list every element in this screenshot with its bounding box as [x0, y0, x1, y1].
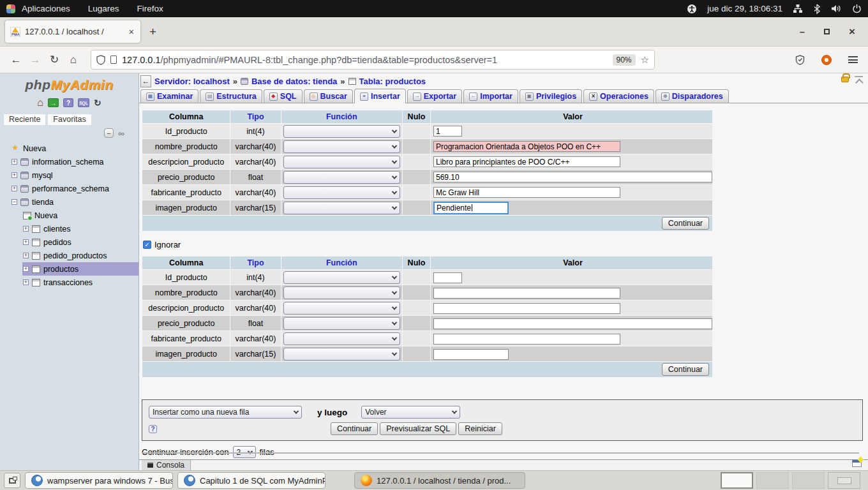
desktop-menu-item[interactable]: Firefox	[137, 4, 163, 13]
tree-item[interactable]: Nueva	[0, 209, 138, 222]
value-input[interactable]: Programacion Orientada a Objetos POO en …	[433, 141, 620, 152]
pma-tab[interactable]: ▤ Estructura	[200, 89, 262, 103]
sidebar-nav-icon[interactable]: ?	[63, 98, 73, 107]
pma-tab[interactable]: ◎ Buscar	[304, 89, 353, 103]
reload-button[interactable]: ↻	[45, 53, 64, 66]
frame-back-button[interactable]: ←	[140, 75, 151, 87]
sidebar-panel-tab[interactable]: Favoritas	[48, 114, 91, 125]
tree-expander[interactable]: +	[11, 159, 17, 165]
header-tipo[interactable]: Tipo	[230, 256, 280, 269]
value-input[interactable]	[433, 349, 509, 360]
value-input[interactable]: 569.10	[433, 172, 712, 182]
bookmark-star-icon[interactable]: ☆	[641, 54, 649, 66]
after-insert-select[interactable]: Volver	[361, 406, 460, 419]
function-select[interactable]	[283, 302, 400, 315]
breadcrumb-server-link[interactable]: Servidor: localhost	[154, 77, 230, 86]
function-select[interactable]	[283, 125, 400, 138]
tree-item[interactable]: + clientes	[0, 222, 138, 235]
tree-expander[interactable]: +	[23, 279, 29, 285]
sidebar-nav-icon[interactable]: SQL	[78, 98, 89, 107]
workspace-button[interactable]	[828, 472, 860, 489]
phpmyadmin-logo[interactable]: phpMyAdmin	[0, 77, 138, 93]
function-select[interactable]	[283, 317, 400, 330]
page-info-icon[interactable]	[110, 56, 117, 64]
value-input[interactable]: Mc Graw Hill	[433, 187, 620, 198]
sidebar-nav-icon[interactable]: →	[48, 98, 59, 107]
show-desktop-button[interactable]	[4, 473, 20, 488]
breadcrumb-table-link[interactable]: Tabla: productos	[359, 77, 426, 86]
pma-tab[interactable]: ⊛ Disparadores	[655, 89, 729, 103]
pma-tab[interactable]: ▣ Privilegios	[520, 89, 582, 103]
console-tab[interactable]: Consola	[142, 460, 191, 470]
distro-logo-icon[interactable]	[6, 4, 15, 13]
desktop-menu-item[interactable]: Lugares	[88, 4, 119, 13]
menu-hamburger-icon[interactable]	[848, 56, 858, 63]
volume-icon[interactable]	[831, 4, 842, 13]
sidebar-nav-icon[interactable]: ⌂	[37, 97, 43, 108]
accessibility-icon[interactable]	[687, 4, 697, 14]
tree-item[interactable]: + mysql	[0, 168, 138, 182]
zoom-level-badge[interactable]: 90%	[613, 54, 636, 66]
tree-expander[interactable]: +	[23, 266, 29, 272]
function-select[interactable]	[283, 286, 400, 299]
shield-icon[interactable]	[96, 55, 105, 65]
value-input[interactable]	[433, 272, 462, 283]
header-funcion[interactable]: Función	[281, 256, 403, 269]
workspace-button[interactable]	[792, 472, 825, 489]
tree-item[interactable]: − tienda	[0, 195, 138, 209]
tree-expander[interactable]: +	[23, 253, 29, 258]
taskbar-window-button[interactable]: Capitulo 1 de SQL com MyAdminPH...	[177, 472, 326, 489]
value-input[interactable]: Libro para principiantes de POO C/C++	[433, 156, 620, 167]
new-tab-button[interactable]: +	[149, 25, 156, 39]
tree-expander[interactable]: +	[23, 226, 29, 232]
value-input[interactable]	[433, 334, 620, 345]
tab-close-icon[interactable]: ×	[128, 27, 135, 37]
tree-item-label[interactable]: pedidos	[43, 238, 71, 247]
function-select[interactable]	[283, 171, 400, 184]
collapse-panel-icon[interactable]	[855, 76, 863, 84]
network-icon[interactable]	[793, 4, 803, 13]
pma-tab[interactable]: × Operaciones	[583, 89, 654, 103]
value-input[interactable]	[433, 318, 712, 329]
pma-tab[interactable]: » Insertar	[354, 89, 406, 103]
sidebar-nav-icon[interactable]: ↻	[94, 98, 101, 108]
new-window-icon[interactable]	[852, 459, 862, 467]
tree-item-label[interactable]: tienda	[32, 198, 54, 207]
pma-tab[interactable]: → Exportar	[407, 89, 462, 103]
tree-expander[interactable]: +	[11, 186, 17, 191]
tree-item[interactable]: + pedido_productos	[0, 249, 138, 262]
workspace-button[interactable]	[721, 472, 753, 489]
function-select[interactable]	[283, 202, 400, 214]
pma-tab[interactable]: ▦ Examinar	[140, 89, 198, 103]
value-input[interactable]	[433, 303, 620, 314]
taskbar-window-button[interactable]: 127.0.0.1 / localhost / tienda / prod...	[354, 472, 525, 489]
form-action-button[interactable]: Reiniciar	[458, 422, 502, 435]
power-icon[interactable]	[852, 4, 862, 13]
continue-button-1[interactable]: Continuar	[662, 217, 709, 230]
function-select[interactable]	[283, 271, 400, 284]
insert-action-select[interactable]: Insertar como una nueva fila	[149, 406, 302, 419]
extension-icon[interactable]	[821, 55, 832, 65]
url-bar[interactable]: 127.0.0.1/phpmyadmin/#PMAURL-8:tbl_chang…	[91, 50, 655, 70]
tree-expander[interactable]: +	[23, 239, 29, 245]
pma-tab[interactable]: ◆ SQL	[264, 89, 303, 103]
continue-button-2[interactable]: Continuar	[662, 363, 709, 376]
collapse-all-button[interactable]: −	[104, 128, 114, 138]
tree-item[interactable]: + performance_schema	[0, 182, 138, 195]
tree-item[interactable]: + transacciones	[0, 276, 138, 289]
bluetooth-icon[interactable]	[813, 4, 821, 14]
function-select[interactable]	[283, 332, 400, 345]
value-input[interactable]: Pendiente	[433, 202, 509, 214]
tree-item[interactable]: + pedidos	[0, 235, 138, 249]
window-close-button[interactable]: ×	[849, 26, 855, 38]
browser-tab[interactable]: PMA 127.0.0.1 / localhost / ×	[5, 20, 140, 43]
sidebar-panel-tab[interactable]: Reciente	[4, 114, 45, 125]
tree-item-label[interactable]: pedido_productos	[43, 251, 107, 260]
function-select[interactable]	[283, 348, 400, 360]
tree-item-label[interactable]: transacciones	[43, 278, 93, 287]
tree-item-label[interactable]: information_schema	[32, 158, 104, 167]
tree-item-label[interactable]: clientes	[43, 225, 70, 234]
back-button[interactable]: ←	[6, 54, 26, 66]
window-minimize-button[interactable]: –	[800, 26, 805, 37]
forward-button[interactable]: →	[26, 54, 45, 66]
